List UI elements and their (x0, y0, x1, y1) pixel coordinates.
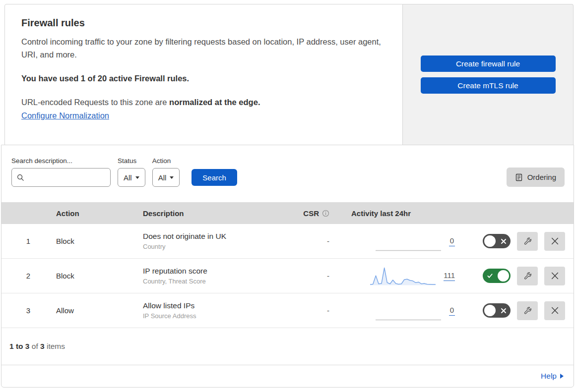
toggle-knob (498, 270, 509, 281)
rule-csr: - (289, 272, 336, 280)
pagination-of: of (29, 342, 40, 350)
table-row: 2 Block IP reputation score Country, Thr… (1, 259, 574, 293)
status-filter-value: All (124, 173, 132, 182)
create-mtls-rule-button[interactable]: Create mTLS rule (421, 77, 556, 94)
help-bar: Help (1, 365, 574, 387)
page-title: Firewall rules (21, 17, 385, 29)
chevron-down-icon (135, 176, 139, 179)
rule-match-fields: IP Source Address (143, 312, 289, 320)
action-column-header: Action (54, 209, 141, 218)
rule-description: Does not originate in UK (143, 232, 289, 241)
rule-enabled-toggle[interactable] (483, 234, 511, 248)
rule-csr: - (289, 237, 336, 245)
firewall-intro-card: Firewall rules Control incoming traffic … (4, 4, 403, 145)
delete-rule-button[interactable] (544, 232, 565, 251)
rule-activity-cell: 0 (336, 231, 463, 251)
edit-rule-button[interactable] (517, 232, 538, 251)
wrench-icon (523, 306, 532, 315)
arrow-right-icon (560, 374, 564, 379)
toggle-knob (484, 305, 496, 316)
rule-action: Block (54, 237, 141, 245)
rule-priority: 3 (1, 306, 54, 315)
pagination-range: 1 to 3 (9, 342, 29, 350)
rule-activity-cell: 111 (336, 266, 463, 286)
configure-normalization-link[interactable]: Configure Normalization (21, 111, 109, 120)
activity-sparkline (370, 266, 436, 286)
activity-count-link[interactable]: 0 (449, 236, 455, 246)
rule-action: Allow (54, 306, 141, 315)
status-filter-group: Status All (118, 157, 145, 187)
rules-usage-note: You have used 1 of 20 active Firewall ru… (21, 74, 385, 83)
search-field-group: Search description... (11, 157, 111, 187)
rule-controls-cell (463, 267, 574, 285)
activity-column-header: Activity last 24hr (336, 209, 463, 218)
status-filter-label: Status (118, 157, 145, 165)
normalization-note: URL-encoded Requests to this zone are no… (21, 96, 385, 109)
rule-priority: 2 (1, 272, 54, 280)
rule-csr: - (289, 306, 336, 315)
activity-count-link[interactable]: 0 (449, 306, 455, 316)
wrench-icon (523, 237, 532, 245)
close-icon (551, 307, 559, 314)
description-column-header: Description (141, 209, 289, 218)
ordering-button[interactable]: Ordering (507, 168, 565, 187)
actions-panel: Create firewall rule Create mTLS rule (403, 4, 574, 145)
rule-description: Allow listed IPs (143, 301, 289, 310)
page-description: Control incoming traffic to your zone by… (21, 36, 385, 61)
normalization-note-prefix: URL-encoded Requests to this zone are (21, 98, 169, 107)
pagination-summary: 1 to 3 of 3 items (1, 328, 574, 365)
table-row: 3 Allow Allow listed IPs IP Source Addre… (1, 293, 574, 328)
table-row: 1 Block Does not originate in UK Country… (1, 224, 574, 259)
csr-column-header: CSR (289, 209, 336, 218)
rules-list-card: Search description... Status All Action … (1, 145, 574, 388)
rule-match-fields: Country (143, 243, 289, 250)
search-input-wrapper (11, 168, 111, 187)
close-icon (551, 272, 559, 280)
rule-controls-cell (463, 301, 574, 320)
pagination-items: items (45, 342, 65, 350)
edit-rule-button[interactable] (517, 301, 538, 320)
rule-description-cell: Does not originate in UK Country (141, 232, 289, 250)
ordering-list-icon (515, 173, 523, 181)
pagination-total: 3 (40, 342, 45, 350)
rule-action: Block (54, 272, 141, 280)
rule-enabled-toggle[interactable] (483, 303, 511, 318)
x-icon (501, 303, 507, 318)
search-input[interactable] (28, 173, 105, 181)
rule-description-cell: Allow listed IPs IP Source Address (141, 301, 289, 320)
rule-description-cell: IP reputation score Country, Threat Scor… (141, 267, 289, 285)
check-icon (487, 269, 493, 283)
table-header-row: Action Description CSR Activity last 24h… (1, 202, 574, 224)
rule-match-fields: Country, Threat Score (143, 278, 289, 285)
rule-description: IP reputation score (143, 267, 289, 276)
search-icon (17, 174, 24, 181)
chevron-down-icon (170, 176, 174, 179)
action-filter-group: Action All (152, 157, 180, 187)
activity-count-link[interactable]: 111 (444, 271, 455, 281)
delete-rule-button[interactable] (544, 267, 565, 285)
create-firewall-rule-button[interactable]: Create firewall rule (421, 56, 556, 72)
close-icon (551, 237, 559, 245)
rule-enabled-toggle[interactable] (483, 269, 511, 283)
search-button[interactable]: Search (192, 169, 237, 186)
status-filter-dropdown[interactable]: All (118, 168, 145, 187)
rule-priority: 1 (1, 237, 54, 245)
help-link[interactable]: Help (541, 372, 564, 381)
action-filter-dropdown[interactable]: All (152, 168, 180, 187)
filter-bar: Search description... Status All Action … (1, 145, 574, 202)
rule-activity-cell: 0 (336, 301, 463, 321)
wrench-icon (523, 272, 532, 280)
action-filter-value: All (158, 173, 167, 182)
csr-column-label: CSR (303, 209, 319, 218)
activity-sparkline (376, 301, 441, 321)
action-filter-label: Action (152, 157, 180, 165)
delete-rule-button[interactable] (544, 301, 565, 320)
ordering-button-label: Ordering (527, 173, 556, 181)
top-section: Firewall rules Control incoming traffic … (4, 4, 574, 145)
help-link-label: Help (541, 372, 557, 381)
search-field-label: Search description... (11, 157, 111, 165)
edit-rule-button[interactable] (517, 267, 538, 285)
rule-controls-cell (463, 232, 574, 251)
activity-sparkline (376, 231, 441, 251)
info-icon[interactable] (322, 210, 329, 217)
